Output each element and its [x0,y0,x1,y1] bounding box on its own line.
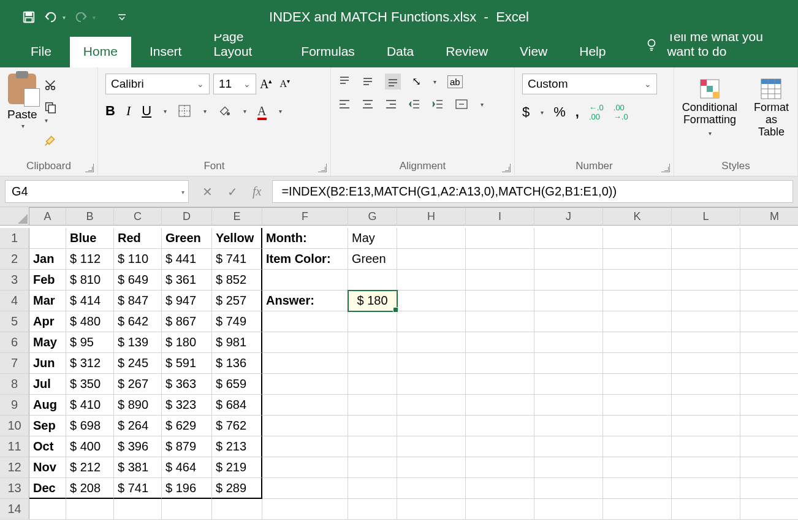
cell[interactable] [740,395,798,416]
cell[interactable] [262,353,348,374]
cell[interactable]: $ 312 [66,353,114,374]
cell[interactable]: Aug [29,395,66,416]
cell[interactable] [397,353,466,374]
cell[interactable] [603,457,672,478]
font-name-select[interactable]: Calibri⌄ [105,74,210,94]
cell[interactable] [348,332,397,353]
tell-me-search[interactable]: Tell me what you want to do [624,29,798,67]
cell[interactable] [397,291,466,311]
cell[interactable] [603,374,672,395]
column-header[interactable]: G [348,207,397,226]
cut-icon[interactable] [44,78,57,92]
cell[interactable] [534,395,603,416]
cell[interactable]: $ 480 [66,311,114,332]
cell[interactable]: $ 810 [66,270,114,291]
cell[interactable] [740,499,798,520]
cell[interactable] [603,416,672,436]
cell[interactable]: $ 361 [162,270,212,291]
cancel-formula-icon[interactable]: ✕ [202,184,213,199]
number-launcher-icon[interactable] [661,164,670,172]
wrap-text-icon[interactable]: ab [447,75,463,88]
decrease-font-icon[interactable]: A▾ [279,78,290,89]
cell[interactable]: May [29,332,66,353]
tab-home[interactable]: Home [70,37,131,67]
cell[interactable] [466,374,534,395]
cell[interactable]: Blue [66,228,114,249]
cell[interactable]: $ 289 [212,478,262,499]
cell[interactable] [262,416,348,436]
spreadsheet-grid[interactable]: ABCDEFGHIJKLM1BlueRedGreenYellowMonth:Ma… [0,207,798,520]
font-launcher-icon[interactable] [318,164,327,172]
cell[interactable]: $ 136 [212,353,262,374]
tab-formulas[interactable]: Formulas [287,37,368,67]
cell[interactable]: $ 749 [212,311,262,332]
fx-icon[interactable]: fx [253,184,261,199]
cell[interactable] [740,291,798,311]
cell[interactable] [740,478,798,499]
cell[interactable] [534,416,603,436]
undo-dropdown-icon[interactable]: ▾ [63,14,66,21]
cell[interactable]: $ 629 [162,416,212,436]
cell[interactable] [466,228,534,249]
cell[interactable]: Jun [29,353,66,374]
formula-input[interactable]: =INDEX(B2:E13,MATCH(G1,A2:A13,0),MATCH(G… [272,180,793,203]
cell[interactable]: $ 196 [162,478,212,499]
cell[interactable] [212,499,262,520]
cell[interactable]: $ 396 [114,436,162,457]
cell[interactable] [466,416,534,436]
row-header[interactable]: 13 [0,478,29,499]
align-bottom-icon[interactable] [385,74,401,89]
cell[interactable] [348,457,397,478]
cell[interactable] [534,353,603,374]
cell[interactable] [603,353,672,374]
format-as-table-button[interactable]: Format as Table [753,77,790,138]
cell[interactable] [466,499,534,520]
cell[interactable]: $ 213 [212,436,262,457]
cell[interactable] [397,270,466,291]
cell[interactable] [672,478,740,499]
font-color-icon[interactable]: A [257,104,266,118]
cell[interactable] [262,436,348,457]
cell[interactable]: $ 890 [114,395,162,416]
cell[interactable]: Feb [29,270,66,291]
cell[interactable] [262,499,348,520]
qat-customize-icon[interactable] [115,10,129,24]
column-header[interactable]: D [162,207,212,226]
increase-indent-icon[interactable] [431,98,444,110]
cell[interactable] [397,457,466,478]
cell[interactable]: Dec [29,478,66,499]
cell[interactable] [466,311,534,332]
cell[interactable]: $ 947 [162,291,212,311]
row-header[interactable]: 7 [0,353,29,374]
align-top-icon[interactable] [338,75,351,88]
cell[interactable] [348,436,397,457]
cell[interactable] [672,353,740,374]
cell[interactable]: $ 981 [212,332,262,353]
cell[interactable] [740,270,798,291]
row-header[interactable]: 14 [0,499,29,520]
cell[interactable]: $ 649 [114,270,162,291]
cell[interactable] [262,311,348,332]
column-header[interactable]: A [29,207,66,226]
percent-button[interactable]: % [553,104,566,120]
conditional-formatting-button[interactable]: Conditional Formatting ▾ [682,77,738,138]
cell[interactable] [534,499,603,520]
merge-center-icon[interactable] [455,98,468,110]
cell[interactable] [672,416,740,436]
cell[interactable]: $ 852 [212,270,262,291]
cell[interactable]: $ 741 [114,478,162,499]
column-header[interactable]: C [114,207,162,226]
increase-font-icon[interactable]: A▴ [260,77,272,91]
cell[interactable] [397,478,466,499]
cell[interactable]: Green [348,249,397,270]
number-format-select[interactable]: Custom⌄ [522,74,657,94]
chevron-down-icon[interactable]: ▾ [243,108,246,115]
cell[interactable] [740,436,798,457]
cell[interactable]: Mar [29,291,66,311]
cell[interactable] [262,478,348,499]
chevron-down-icon[interactable]: ▾ [481,101,484,108]
cell[interactable]: Month: [262,228,348,249]
cell[interactable]: $ 464 [162,457,212,478]
cell[interactable] [740,457,798,478]
cell[interactable] [262,374,348,395]
